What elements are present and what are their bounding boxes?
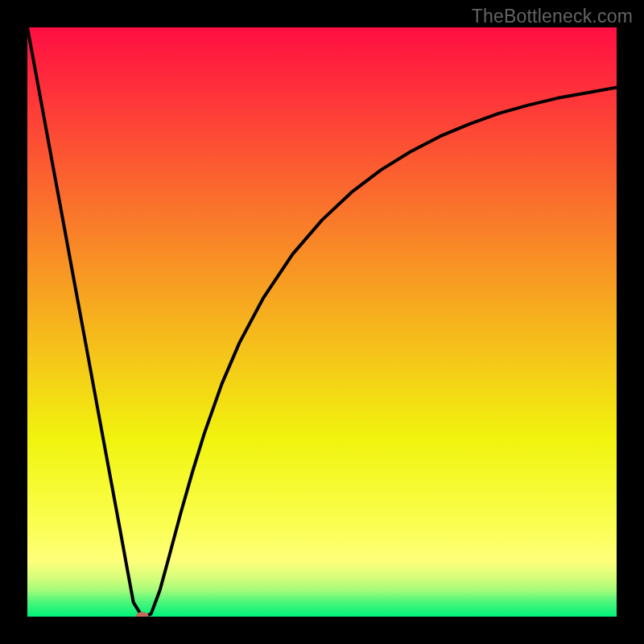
watermark-text: TheBottleneck.com [472, 6, 633, 27]
gradient-background [27, 27, 617, 617]
chart-svg [27, 27, 617, 617]
chart-frame: TheBottleneck.com [0, 0, 644, 644]
plot-area [27, 27, 617, 617]
